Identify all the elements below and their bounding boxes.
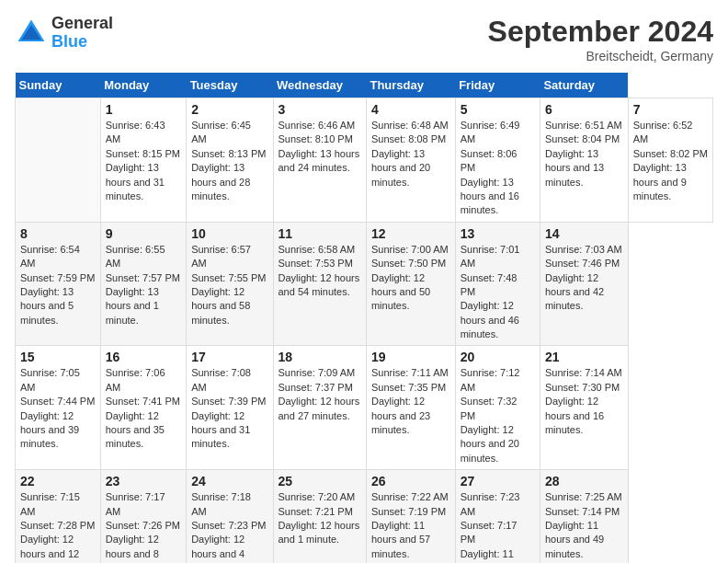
day-detail: Sunrise: 6:57 AMSunset: 7:55 PMDaylight:… [191,243,267,327]
logo-icon [15,17,48,50]
week-row-1: 1Sunrise: 6:43 AMSunset: 8:15 PMDaylight… [16,98,713,223]
day-detail: Sunrise: 6:51 AMSunset: 8:04 PMDaylight:… [545,119,623,190]
day-cell: 26Sunrise: 7:22 AMSunset: 7:19 PMDayligh… [366,470,455,563]
day-number: 15 [20,350,96,364]
day-number: 27 [461,474,535,488]
day-cell: 12Sunrise: 7:00 AMSunset: 7:50 PMDayligh… [366,222,455,346]
day-detail: Sunrise: 7:18 AMSunset: 7:23 PMDaylight:… [191,490,267,563]
day-cell: 4Sunrise: 6:48 AMSunset: 8:08 PMDaylight… [366,98,455,223]
day-number: 11 [279,226,361,241]
day-cell: 22Sunrise: 7:15 AMSunset: 7:28 PMDayligh… [16,470,101,563]
header-day-thursday: Thursday [366,73,455,98]
title-block: September 2024 Breitscheidt, Germany [488,15,713,63]
day-number: 3 [279,102,361,117]
day-number: 20 [461,350,535,364]
day-number: 26 [371,474,450,488]
day-detail: Sunrise: 6:45 AMSunset: 8:13 PMDaylight:… [191,119,267,203]
day-detail: Sunrise: 7:06 AMSunset: 7:41 PMDaylight:… [106,366,181,451]
header-day-monday: Monday [100,73,186,98]
location-subtitle: Breitscheidt, Germany [488,49,713,63]
day-number: 23 [106,474,181,488]
day-cell: 5Sunrise: 6:49 AMSunset: 8:06 PMDaylight… [455,98,540,223]
header-row: SundayMondayTuesdayWednesdayThursdayFrid… [16,73,713,98]
page-header: General Blue September 2024 Breitscheidt… [15,15,713,63]
day-number: 25 [279,474,361,488]
day-cell: 3Sunrise: 6:46 AMSunset: 8:10 PMDaylight… [273,98,366,223]
logo: General Blue [15,15,113,52]
day-cell: 15Sunrise: 7:05 AMSunset: 7:44 PMDayligh… [16,346,101,470]
day-detail: Sunrise: 6:49 AMSunset: 8:06 PMDaylight:… [461,119,535,218]
day-detail: Sunrise: 7:11 AMSunset: 7:35 PMDaylight:… [371,366,450,437]
day-number: 22 [20,474,96,488]
day-cell: 23Sunrise: 7:17 AMSunset: 7:26 PMDayligh… [100,470,186,563]
day-cell: 11Sunrise: 6:58 AMSunset: 7:53 PMDayligh… [273,222,366,346]
header-day-tuesday: Tuesday [187,73,273,98]
day-number: 8 [20,226,96,241]
day-number: 1 [106,102,181,117]
day-detail: Sunrise: 7:09 AMSunset: 7:37 PMDaylight:… [279,366,361,423]
day-detail: Sunrise: 7:05 AMSunset: 7:44 PMDaylight:… [20,366,96,451]
header-day-wednesday: Wednesday [273,73,366,98]
day-detail: Sunrise: 7:23 AMSunset: 7:17 PMDaylight:… [461,490,535,563]
day-detail: Sunrise: 6:58 AMSunset: 7:53 PMDaylight:… [279,243,361,300]
day-detail: Sunrise: 7:12 AMSunset: 7:32 PMDaylight:… [461,366,535,465]
day-detail: Sunrise: 7:22 AMSunset: 7:19 PMDaylight:… [371,490,450,561]
header-day-sunday: Sunday [16,73,101,98]
day-number: 6 [545,102,623,117]
calendar-table: SundayMondayTuesdayWednesdayThursdayFrid… [15,73,713,563]
day-cell: 17Sunrise: 7:08 AMSunset: 7:39 PMDayligh… [187,346,273,470]
day-cell: 18Sunrise: 7:09 AMSunset: 7:37 PMDayligh… [273,346,366,470]
day-number: 18 [279,350,361,364]
day-detail: Sunrise: 6:54 AMSunset: 7:59 PMDaylight:… [20,243,96,327]
week-row-4: 22Sunrise: 7:15 AMSunset: 7:28 PMDayligh… [16,470,713,563]
day-cell: 6Sunrise: 6:51 AMSunset: 8:04 PMDaylight… [540,98,628,223]
day-number: 7 [633,102,708,117]
day-detail: Sunrise: 7:15 AMSunset: 7:28 PMDaylight:… [20,490,96,563]
day-number: 5 [461,102,535,117]
day-detail: Sunrise: 6:55 AMSunset: 7:57 PMDaylight:… [106,243,181,327]
day-detail: Sunrise: 6:43 AMSunset: 8:15 PMDaylight:… [106,119,181,203]
header-day-friday: Friday [455,73,540,98]
day-cell: 13Sunrise: 7:01 AMSunset: 7:48 PMDayligh… [455,222,540,346]
day-cell: 2Sunrise: 6:45 AMSunset: 8:13 PMDaylight… [187,98,273,223]
day-cell: 24Sunrise: 7:18 AMSunset: 7:23 PMDayligh… [187,470,273,563]
logo-text: General Blue [51,15,113,52]
day-number: 21 [545,350,623,364]
day-cell [16,98,101,223]
day-cell: 19Sunrise: 7:11 AMSunset: 7:35 PMDayligh… [366,346,455,470]
day-number: 17 [191,350,267,364]
day-number: 9 [106,226,181,241]
day-detail: Sunrise: 7:08 AMSunset: 7:39 PMDaylight:… [191,366,267,451]
logo-blue-text: Blue [51,33,113,52]
day-number: 16 [106,350,181,364]
day-detail: Sunrise: 6:52 AMSunset: 8:02 PMDaylight:… [633,119,708,203]
day-number: 19 [371,350,450,364]
day-number: 4 [371,102,450,117]
day-detail: Sunrise: 7:20 AMSunset: 7:21 PMDaylight:… [279,490,361,547]
day-cell: 25Sunrise: 7:20 AMSunset: 7:21 PMDayligh… [273,470,366,563]
day-cell: 16Sunrise: 7:06 AMSunset: 7:41 PMDayligh… [100,346,186,470]
day-detail: Sunrise: 6:48 AMSunset: 8:08 PMDaylight:… [371,119,450,190]
month-title: September 2024 [488,15,713,49]
day-cell: 14Sunrise: 7:03 AMSunset: 7:46 PMDayligh… [540,222,628,346]
day-number: 28 [545,474,623,488]
day-cell: 21Sunrise: 7:14 AMSunset: 7:30 PMDayligh… [540,346,628,470]
day-detail: Sunrise: 7:00 AMSunset: 7:50 PMDaylight:… [371,243,450,314]
day-detail: Sunrise: 7:25 AMSunset: 7:14 PMDaylight:… [545,490,623,561]
day-number: 2 [191,102,267,117]
week-row-3: 15Sunrise: 7:05 AMSunset: 7:44 PMDayligh… [16,346,713,470]
day-detail: Sunrise: 7:17 AMSunset: 7:26 PMDaylight:… [106,490,181,563]
day-number: 12 [371,226,450,241]
day-detail: Sunrise: 7:14 AMSunset: 7:30 PMDaylight:… [545,366,623,437]
day-detail: Sunrise: 7:03 AMSunset: 7:46 PMDaylight:… [545,243,623,314]
day-cell: 7Sunrise: 6:52 AMSunset: 8:02 PMDaylight… [628,98,712,223]
day-detail: Sunrise: 7:01 AMSunset: 7:48 PMDaylight:… [461,243,535,342]
day-cell: 28Sunrise: 7:25 AMSunset: 7:14 PMDayligh… [540,470,628,563]
day-number: 10 [191,226,267,241]
day-detail: Sunrise: 6:46 AMSunset: 8:10 PMDaylight:… [279,119,361,176]
day-cell: 1Sunrise: 6:43 AMSunset: 8:15 PMDaylight… [100,98,186,223]
day-number: 14 [545,226,623,241]
logo-general-text: General [51,15,113,33]
day-number: 13 [461,226,535,241]
day-cell: 27Sunrise: 7:23 AMSunset: 7:17 PMDayligh… [455,470,540,563]
